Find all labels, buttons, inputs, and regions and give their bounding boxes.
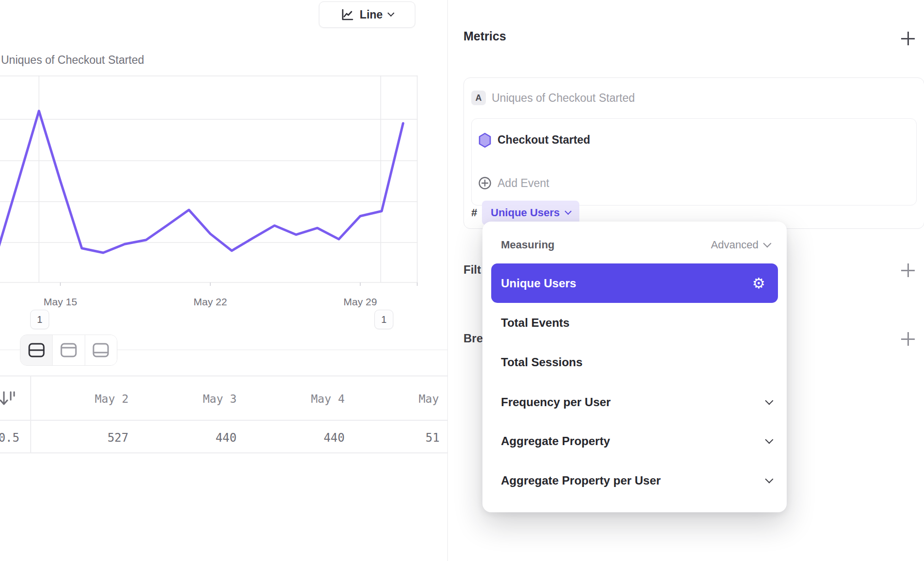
circle-plus-icon[interactable] [478, 176, 492, 190]
menu-item[interactable]: Aggregate Property [501, 422, 772, 461]
menu-item-label: Aggregate Property per User [501, 474, 661, 487]
measurement-chip-label: Unique Users [491, 206, 560, 219]
split-view-icon [28, 342, 45, 358]
line-chart-plot [0, 75, 418, 286]
chevron-down-icon [765, 436, 774, 444]
menu-item[interactable]: Aggregate Property per User [501, 461, 772, 500]
breakdowns-section-label: Bre [463, 332, 482, 345]
selected-item-label: Unique Users [501, 277, 576, 290]
horizontal-gridlines [0, 76, 418, 282]
table-header-divider [0, 420, 447, 421]
x-axis-ticks [60, 282, 417, 286]
menu-item-label: Frequency per User [501, 395, 610, 409]
table-row-label: 0.5 [0, 429, 19, 447]
layout-table-only-button[interactable] [85, 335, 117, 365]
metric-letter-badge: A [471, 91, 486, 105]
filters-section-label: Filt [463, 263, 482, 277]
layout-chart-only-button[interactable] [52, 335, 84, 365]
chart-type-label: Line [360, 8, 383, 21]
measuring-menu-header: Measuring Advanced [501, 235, 770, 255]
annotation-badge[interactable]: 1 [30, 310, 49, 329]
chevron-down-icon [763, 240, 772, 248]
add-event-button[interactable]: Add Event [498, 177, 549, 190]
table-cell: 527 [30, 429, 139, 447]
add-breakdown-button[interactable] [901, 332, 915, 346]
sort-icon[interactable] [0, 390, 18, 408]
metrics-section-title: Metrics [463, 29, 506, 43]
measurement-prefix: # [471, 206, 477, 219]
event-name[interactable]: Checkout Started [498, 133, 590, 147]
measuring-label: Measuring [501, 239, 554, 251]
x-tick-label: May 29 [331, 296, 389, 308]
table-top-border [0, 375, 447, 376]
chart-title: Uniques of Checkout Started [1, 54, 144, 67]
chevron-down-icon [388, 10, 394, 17]
line-chart-icon [341, 8, 354, 21]
table-only-icon [92, 342, 110, 358]
menu-item[interactable]: Frequency per User [501, 383, 772, 422]
gear-icon[interactable]: ⚙ [752, 276, 765, 291]
menu-item[interactable]: Total Sessions [501, 343, 772, 382]
insights-report: Line Uniques of Checkout Started May 1 [0, 0, 924, 561]
x-tick-label: May 15 [31, 296, 90, 308]
menu-item-label: Total Events [501, 316, 570, 330]
table-header-cell[interactable]: May 4 [246, 390, 355, 408]
chart-only-icon [60, 342, 77, 358]
view-layout-toggle [20, 335, 117, 366]
chart-type-dropdown[interactable]: Line [319, 1, 415, 28]
chevron-down-icon [765, 397, 774, 405]
table-bottom-border [0, 452, 447, 453]
table-cell: 440 [138, 429, 247, 447]
add-filter-button[interactable] [901, 263, 915, 278]
menu-item-label: Aggregate Property [501, 434, 610, 448]
event-card [471, 118, 917, 206]
uniques-line[interactable] [0, 111, 403, 256]
chevron-down-icon [565, 208, 572, 215]
event-hexagon-icon [478, 132, 492, 148]
menu-item-unique-users-selected[interactable]: Unique Users ⚙ [491, 263, 778, 303]
table-header-cell[interactable]: May 2 [30, 390, 139, 408]
add-metric-button[interactable] [901, 31, 915, 46]
menu-item[interactable]: Total Events [501, 303, 772, 342]
advanced-mode-toggle[interactable]: Advanced [711, 239, 770, 251]
advanced-label: Advanced [711, 239, 758, 251]
measuring-dropdown-menu: Measuring Advanced Unique Users ⚙ Total … [482, 222, 787, 512]
layout-split-view-button[interactable] [20, 335, 52, 365]
pane-divider [447, 0, 448, 561]
menu-item-label: Total Sessions [501, 355, 583, 369]
metric-name[interactable]: Uniques of Checkout Started [492, 92, 635, 105]
table-cell: 440 [246, 429, 355, 447]
table-header-cell[interactable]: May 3 [138, 390, 247, 408]
annotation-badge[interactable]: 1 [374, 310, 393, 329]
chevron-down-icon [765, 475, 774, 484]
table-cell: 51 [425, 429, 455, 447]
x-tick-label: May 22 [181, 296, 240, 308]
